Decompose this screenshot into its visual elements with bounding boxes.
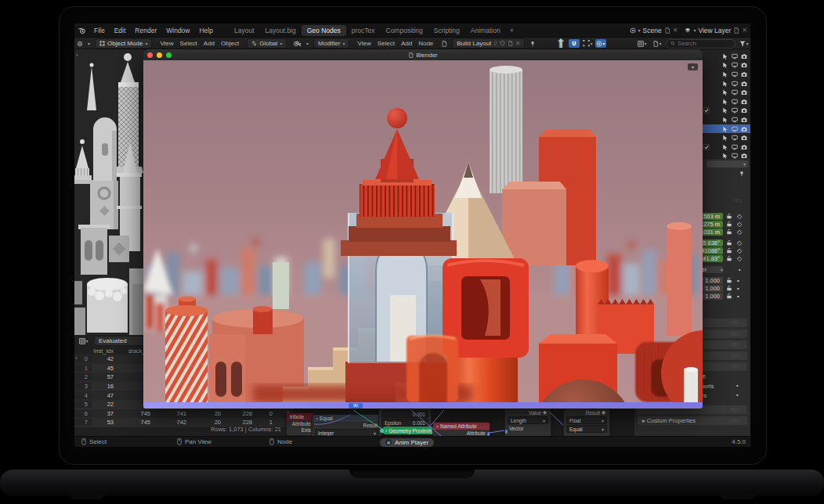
vector-math-node[interactable]: Value ◆ Length▾ Vector [504,409,551,437]
display-channel-dropdown[interactable]: ▾ [688,63,698,70]
compare-float-node[interactable]: Result ◆ Float▾ Equal▾ [563,409,610,437]
laptop-foot [719,493,755,499]
document-icon [408,52,414,58]
named-attribute-node[interactable]: ▾Named Attribute Attribute [432,422,490,437]
hint-pan-view: Pan View [176,437,211,446]
compare-node[interactable]: ▾Equal Result Integer▾ [312,414,382,437]
geometry-input-socket[interactable] [380,429,384,433]
stop-player-icon[interactable]: ✕ [385,439,392,445]
vector-input-socket[interactable] [504,430,508,434]
mouse-left-icon [81,437,87,446]
window-title: Blender [143,52,703,59]
window-title-bar[interactable]: Blender [143,49,703,60]
anim-player-status[interactable]: ✕ Anim Player [380,438,434,447]
render-result-window[interactable]: Blender [143,49,703,409]
laptop-foot [69,493,105,499]
geometry-proximity-node[interactable]: ›Geometry Proximity [381,427,437,434]
laptop-lid-notch [349,470,475,478]
epsilon-upper-field[interactable]: 0.001 [381,410,428,418]
equal-operation-dropdown[interactable]: Equal▾ [566,425,607,433]
player-scrubber[interactable]: 90 [143,402,703,409]
current-frame-badge[interactable]: 90 [349,403,363,409]
compare-epsilon-node[interactable]: 0.001 Epsilon0.001 [378,409,432,427]
mouse-right-icon [269,437,275,446]
vector-operation-dropdown[interactable]: Length▾ [508,416,548,424]
hint-node: Node [269,437,292,446]
status-bar: Select Pan View Node ✕ Anim Player 4.5.0 [74,436,750,447]
float-type-dropdown[interactable]: Float▾ [566,416,607,424]
blender-screen: FileEditRenderWindowHelp LayoutLayout.bi… [74,23,750,447]
blender-version: 4.5.0 [732,438,746,445]
render-scene [143,60,703,402]
epsilon-field[interactable]: Epsilon0.001 [381,419,428,427]
hint-select: Select [81,437,107,446]
rendered-image: ▾ [143,60,703,402]
mouse-middle-icon [176,437,183,446]
